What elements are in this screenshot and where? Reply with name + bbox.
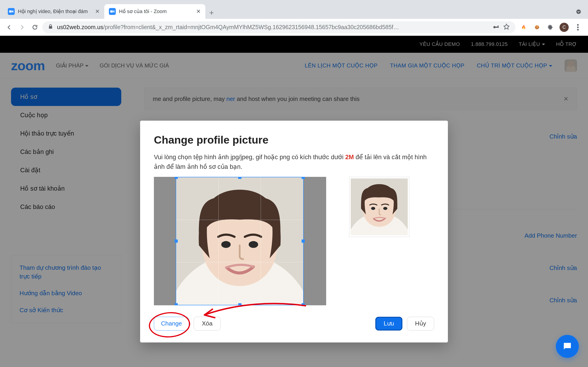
extension-icon-1[interactable]: 🔥 bbox=[519, 23, 528, 31]
svg-rect-4 bbox=[9, 10, 12, 13]
key-icon[interactable] bbox=[493, 23, 499, 31]
crop-handle-mr[interactable] bbox=[302, 240, 305, 243]
browser-toolbar: us02web.zoom.us/profile?from=client&_x_z… bbox=[0, 19, 588, 36]
browser-tab-0[interactable]: Hội nghị video, Điện thoại đám ✕ bbox=[3, 4, 104, 19]
svg-point-12 bbox=[577, 26, 579, 28]
tab-title: Hội nghị video, Điện thoại đám bbox=[18, 8, 92, 15]
forward-button[interactable] bbox=[17, 22, 27, 33]
modal-instructions: Vui lòng chọn tệp hình ảnh jpg/jpeg, gif… bbox=[154, 152, 434, 172]
crop-handle-br[interactable] bbox=[302, 303, 305, 305]
reload-button[interactable] bbox=[29, 22, 40, 33]
crop-handle-tr[interactable] bbox=[302, 177, 305, 179]
svg-point-11 bbox=[577, 24, 579, 26]
svg-point-6 bbox=[576, 9, 581, 14]
crop-handle-tm[interactable] bbox=[238, 177, 242, 179]
image-cropper[interactable] bbox=[154, 177, 326, 305]
toolbar-right: 🔥 🍪 C bbox=[517, 23, 584, 32]
url-text: us02web.zoom.us/profile?from=client&_x_z… bbox=[57, 24, 489, 31]
change-picture-modal: Change profile picture Vui lòng chọn tệp… bbox=[140, 121, 448, 342]
extensions-menu-icon[interactable] bbox=[546, 23, 554, 31]
crop-handle-tl[interactable] bbox=[174, 177, 178, 179]
delete-button[interactable]: Xóa bbox=[194, 317, 221, 331]
crop-handle-bl[interactable] bbox=[174, 303, 178, 305]
crop-preview bbox=[349, 177, 409, 237]
svg-rect-10 bbox=[498, 25, 499, 27]
tab-title: Hồ sơ của tôi - Zoom bbox=[119, 8, 193, 15]
extension-icon-2[interactable]: 🍪 bbox=[533, 23, 541, 31]
tab-close-icon[interactable]: ✕ bbox=[196, 8, 201, 15]
modal-title: Change profile picture bbox=[154, 133, 434, 146]
cancel-button[interactable]: Hủy bbox=[407, 317, 434, 331]
back-button[interactable] bbox=[4, 22, 15, 33]
zoom-favicon bbox=[8, 8, 15, 15]
browser-tab-1[interactable]: Hồ sơ của tôi - Zoom ✕ bbox=[104, 4, 205, 19]
tab-close-icon[interactable]: ✕ bbox=[95, 8, 100, 15]
svg-rect-7 bbox=[49, 26, 52, 29]
svg-rect-5 bbox=[110, 10, 113, 13]
change-button[interactable]: Change bbox=[154, 317, 189, 331]
save-button[interactable]: Lưu bbox=[375, 317, 402, 331]
chrome-menu-icon[interactable] bbox=[574, 23, 582, 31]
chrome-profile-avatar[interactable]: C bbox=[560, 23, 569, 32]
window-expand-icon[interactable] bbox=[576, 9, 588, 19]
lock-icon bbox=[48, 24, 53, 31]
crop-handle-bm[interactable] bbox=[238, 303, 242, 305]
address-bar[interactable]: us02web.zoom.us/profile?from=client&_x_z… bbox=[42, 21, 515, 33]
bookmark-star-icon[interactable] bbox=[503, 23, 510, 31]
new-tab-button[interactable]: ＋ bbox=[205, 6, 218, 19]
zoom-favicon bbox=[109, 8, 116, 15]
crop-selection[interactable] bbox=[176, 177, 304, 305]
svg-point-13 bbox=[577, 29, 579, 31]
browser-tabstrip: Hội nghị video, Điện thoại đám ✕ Hồ sơ c… bbox=[0, 0, 588, 19]
help-chat-button[interactable] bbox=[556, 335, 579, 358]
crop-handle-ml[interactable] bbox=[174, 240, 178, 243]
